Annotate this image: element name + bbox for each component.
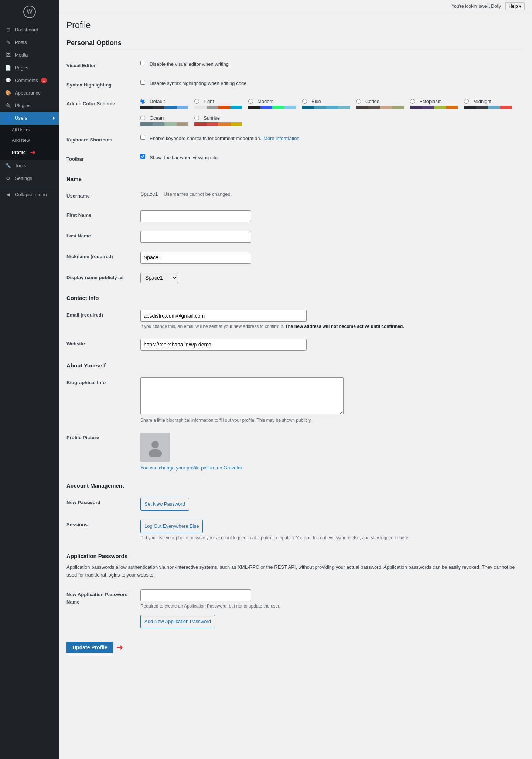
color-scheme-coffee[interactable]: Coffee [356,99,404,109]
sidebar: W ⊞ Dashboard ✎ Posts 🖼 Media 📄 Pages 💬 … [0,0,59,759]
email-description: If you change this, an email will be sen… [140,323,525,330]
first-name-row: First Name [66,206,525,226]
update-profile-row: Update Profile ➜ [66,642,525,653]
application-passwords-table: New Application Password Name Required t… [66,585,525,633]
about-yourself-table: Biographical Info Share a little biograp… [66,373,525,475]
profile-picture-container: You can change your profile picture on G… [140,433,525,471]
profile-arrow-icon: ➜ [30,148,35,157]
last-name-input[interactable] [140,231,251,243]
toolbar-field[interactable]: Show Toolbar when viewing site [140,154,525,161]
profile-picture-label: Profile Picture [66,428,140,475]
sessions-description: Did you lose your phone or leave your ac… [140,534,525,541]
display-name-select[interactable]: Space1 [140,273,178,283]
sidebar-item-collapse[interactable]: ◀ Collapse menu [0,188,59,201]
profile-picture-row: Profile Picture You can change your prof… [66,428,525,475]
collapse-icon: ◀ [4,191,12,198]
color-scheme-radio-sunrise[interactable] [194,116,199,120]
keyboard-shortcuts-checkbox[interactable] [140,135,145,140]
sidebar-item-media[interactable]: 🖼 Media [0,49,59,61]
sidebar-item-settings[interactable]: ⚙ Settings [0,172,59,185]
comments-icon: 💬 [4,77,12,84]
media-icon: 🖼 [4,52,12,58]
update-profile-button[interactable]: Update Profile [66,642,113,653]
color-scheme-radio-blue[interactable] [302,99,307,104]
sidebar-item-dashboard[interactable]: ⊞ Dashboard [0,24,59,36]
last-name-row: Last Name [66,226,525,247]
color-scheme-radio-default[interactable] [140,99,145,104]
sidebar-item-tools[interactable]: 🔧 Tools [0,160,59,172]
settings-icon: ⚙ [4,175,12,182]
log-out-everywhere-button[interactable]: Log Out Everywhere Else [140,520,203,533]
color-scheme-midnight[interactable]: Midnight [464,99,512,109]
username-value: Space1 [140,189,158,198]
sidebar-item-plugins[interactable]: 🔌 Plugins [0,99,59,112]
color-scheme-label: Admin Color Scheme [66,94,140,130]
sidebar-item-posts[interactable]: ✎ Posts [0,36,59,49]
color-scheme-default[interactable]: Default [140,99,188,109]
sidebar-item-all-users[interactable]: All Users [0,125,59,136]
nickname-input[interactable] [140,252,251,263]
keyboard-shortcuts-more-info[interactable]: More information [263,135,300,142]
svg-text:W: W [27,8,33,15]
syntax-highlighting-label: Syntax Highlighting [66,75,140,95]
visual-editor-field[interactable]: Disable the visual editor when writing [140,61,525,68]
personal-options-table: Visual Editor Disable the visual editor … [66,56,525,168]
color-scheme-radio-midnight[interactable] [464,99,469,104]
set-new-password-button[interactable]: Set New Password [140,498,189,511]
color-scheme-sunrise[interactable]: Sunrise [194,115,242,126]
color-scheme-radio-ocean[interactable] [140,116,145,120]
add-new-application-password-button[interactable]: Add New Application Password [140,615,215,628]
visual-editor-label: Visual Editor [66,56,140,75]
toolbar-checkbox[interactable] [140,154,145,159]
keyboard-shortcuts-label: Keyboard Shortcuts [66,130,140,150]
sidebar-item-users[interactable]: 👤 Users [0,112,59,124]
new-app-password-note: Required to create an Application Passwo… [140,603,525,609]
keyboard-shortcuts-field[interactable]: Enable keyboard shortcuts for comment mo… [140,135,525,142]
sidebar-item-pages[interactable]: 📄 Pages [0,62,59,74]
sidebar-item-add-new[interactable]: Add New [0,135,59,146]
first-name-label: First Name [66,206,140,226]
gravatar-link[interactable]: You can change your profile picture on G… [140,465,525,471]
website-input[interactable] [140,339,307,351]
syntax-highlighting-checkbox[interactable] [140,80,145,85]
sidebar-item-comments[interactable]: 💬 Comments 1 [0,74,59,87]
bio-description: Share a little biographical information … [140,417,525,424]
new-app-password-row: New Application Password Name Required t… [66,585,525,633]
sidebar-item-profile[interactable]: Profile ➜ [0,146,59,160]
email-input[interactable] [140,310,307,322]
help-button[interactable]: Help ▾ [505,2,525,10]
sidebar-divider [0,187,59,187]
keyboard-shortcuts-row: Keyboard Shortcuts Enable keyboard short… [66,130,525,150]
new-app-password-label: New Application Password Name [66,585,140,633]
personal-options-title: Personal Options [66,39,525,50]
sessions-label: Sessions [66,515,140,546]
display-name-label: Display name publicly as [66,268,140,287]
color-scheme-ectoplasm[interactable]: Ectoplasm [410,99,458,109]
dashboard-icon: ⊞ [4,27,12,33]
contact-info-table: Email (required) If you change this, an … [66,305,525,355]
color-scheme-modern[interactable]: Modern [248,99,296,109]
email-label: Email (required) [66,305,140,334]
page-title: Profile [66,20,525,30]
sessions-row: Sessions Log Out Everywhere Else Did you… [66,515,525,546]
sidebar-item-appearance[interactable]: 🎨 Appearance [0,87,59,99]
syntax-highlighting-field[interactable]: Disable syntax highlighting when editing… [140,80,525,87]
color-scheme-ocean[interactable]: Ocean [140,115,188,126]
color-scheme-radio-light[interactable] [194,99,199,104]
new-app-password-input[interactable] [140,589,251,601]
bio-textarea[interactable] [140,377,344,414]
color-scheme-radio-ectoplasm[interactable] [410,99,415,104]
color-scheme-radio-modern[interactable] [248,99,253,104]
first-name-input[interactable] [140,210,251,222]
sidebar-logo: W [0,0,59,24]
svg-point-3 [149,449,162,457]
bio-row: Biographical Info Share a little biograp… [66,373,525,428]
color-swatches-coffee [356,106,404,109]
color-scheme-light[interactable]: Light [194,99,242,109]
visual-editor-checkbox[interactable] [140,61,145,65]
toolbar-label: Toolbar [66,150,140,169]
nickname-row: Nickname (required) [66,247,525,268]
color-scheme-blue[interactable]: Blue [302,99,350,109]
color-scheme-radio-coffee[interactable] [356,99,361,104]
profile-picture-image [140,433,170,462]
